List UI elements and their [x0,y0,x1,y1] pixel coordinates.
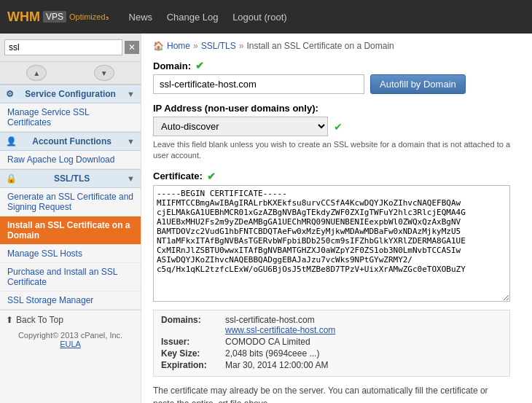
header-nav: News Change Log Logout (root) [123,12,293,23]
nav-changelog[interactable]: Change Log [161,12,224,23]
service-config-arrow: ▼ [127,90,135,98]
domain-label: Domain: ✔ [153,60,520,71]
logo-vps: VPS [43,11,66,23]
breadcrumb-current: Install an SSL Certificate on a Domain [246,41,394,51]
cert-textarea[interactable]: -----BEGIN CERTIFICATE----- MIIFMTCCBmgA… [153,185,510,302]
issuer-value: COMODO CA Limited [225,337,310,347]
section-account-functions[interactable]: 👤 Account Functions ▼ [0,132,141,151]
logo-optimized: Optimized₃ [69,12,109,22]
domain-group: Domain: ✔ Autofill by Domain [153,60,520,94]
sidebar-item-install-ssl[interactable]: Install an SSL Certificate on a Domain [0,216,141,245]
ip-label: IP Address (non-user domains only): [153,103,520,114]
ssl-tls-icon: 🔒 [6,173,17,184]
account-functions-arrow: ▼ [127,137,135,146]
nav-logout[interactable]: Logout (root) [227,12,292,23]
cert-note: The certificate may already be on the se… [153,384,510,403]
expiration-value: Mar 30, 2014 12:00:00 AM [225,360,328,370]
service-config-icon: ⚙ [6,89,14,99]
cert-wrapper: -----BEGIN CERTIFICATE----- MIIFMTCCBmgA… [153,185,510,304]
service-config-label: Service Configuration [25,89,116,99]
copyright-label: Copyright© 2013 cPanel, Inc. [18,331,122,340]
sidebar-item-manage-ssl-hosts[interactable]: Manage SSL Hosts [0,245,141,263]
account-functions-icon: 👤 [6,136,17,146]
breadcrumb-ssl-tls[interactable]: SSL/TLS [201,41,236,51]
section-service-config[interactable]: ⚙ Service Configuration ▼ [0,85,141,103]
breadcrumb: 🏠 Home » SSL/TLS » Install an SSL Certif… [153,41,520,51]
main-content: 🏠 Home » SSL/TLS » Install an SSL Certif… [141,34,532,403]
domain-check-icon: ✔ [195,60,204,71]
ip-help-text: Leave this field blank unless you wish t… [153,139,517,162]
eula-link[interactable]: EULA [6,340,135,348]
ip-label-text: IP Address (non-user domains only): [153,103,318,114]
account-functions-label: Account Functions [32,136,112,146]
ssl-tls-arrow: ▼ [127,174,135,183]
search-input[interactable] [4,39,122,55]
ip-group: IP Address (non-user domains only): Auto… [153,103,520,162]
sidebar-item-generate-ssl[interactable]: Generate an SSL Certificate and Signing … [0,188,141,216]
up-arrow-icon: ⬆ [6,315,13,325]
section-ssl-tls[interactable]: 🔒 SSL/TLS ▼ [0,169,141,188]
ip-check-icon: ✔ [334,121,343,133]
domain-label-text: Domain: [153,60,191,71]
key-size-value: 2,048 bits (9694ceee ...) [225,348,319,359]
cert-label: Certificate: ✔ [153,171,520,182]
sidebar-footer: ⬆ Back To Top Copyright© 2013 cPanel, In… [0,310,141,353]
cert-group: Certificate: ✔ -----BEGIN CERTIFICATE---… [153,171,520,403]
ip-row: Auto-discover ✔ [153,117,520,136]
logo: WHM VPS Optimized₃ [7,9,109,25]
sidebar-item-ssl-storage[interactable]: SSL Storage Manager [0,292,141,310]
autofill-button[interactable]: Autofill by Domain [370,74,466,94]
cert-label-text: Certificate: [153,171,203,181]
domain-value2-link[interactable]: www.ssl-certificate-host.com [225,325,335,335]
search-box: ✕ [0,34,141,62]
cert-info-issuer-row: Issuer: COMODO CA Limited [161,337,502,347]
cert-check-icon: ✔ [207,171,216,182]
breadcrumb-home[interactable]: Home [167,41,190,51]
cert-info: Domains: ssl-certificate-host.com www.ss… [153,310,510,377]
breadcrumb-sep1: » [193,41,198,51]
domain-input[interactable] [153,74,364,94]
search-clear-button[interactable]: ✕ [125,41,139,54]
domain-row: Autofill by Domain [153,74,520,94]
domains-value: ssl-certificate-host.com www.ssl-certifi… [225,315,335,335]
cert-info-expiration-row: Expiration: Mar 30, 2014 12:00:00 AM [161,360,502,370]
cert-info-keysize-row: Key Size: 2,048 bits (9694ceee ...) [161,348,502,359]
nav-down-button[interactable]: ▼ [94,65,114,81]
logo-whm: WHM [7,9,40,25]
nav-news[interactable]: News [123,12,159,23]
sidebar-item-manage-ssl-certs[interactable]: Manage Service SSL Certificates [0,103,141,132]
ip-select[interactable]: Auto-discover [153,117,328,136]
sidebar-item-purchase-ssl[interactable]: Purchase and Install an SSL Certificate [0,263,141,292]
header: WHM VPS Optimized₃ News Change Log Logou… [0,0,532,34]
key-size-label: Key Size: [161,348,219,359]
breadcrumb-home-icon: 🏠 [153,41,164,51]
sidebar: ✕ ▲ ▼ ⚙ Service Configuration ▼ Manage S… [0,34,141,403]
layout: ✕ ▲ ▼ ⚙ Service Configuration ▼ Manage S… [0,34,532,403]
issuer-label: Issuer: [161,337,219,347]
domain-value1: ssl-certificate-host.com [225,315,315,325]
cert-info-domains-row: Domains: ssl-certificate-host.com www.ss… [161,315,502,335]
breadcrumb-sep2: » [239,41,244,51]
nav-up-button[interactable]: ▲ [26,65,47,81]
back-to-top[interactable]: ⬆ Back To Top [6,315,135,325]
nav-arrows: ▲ ▼ [0,62,141,85]
sidebar-item-raw-apache-log[interactable]: Raw Apache Log Download [0,151,141,169]
ssl-tls-label: SSL/TLS [54,173,90,184]
copyright-text: Copyright© 2013 cPanel, Inc. [6,331,135,340]
expiration-label: Expiration: [161,360,219,370]
back-to-top-label: Back To Top [16,315,63,325]
domains-label: Domains: [161,315,219,335]
